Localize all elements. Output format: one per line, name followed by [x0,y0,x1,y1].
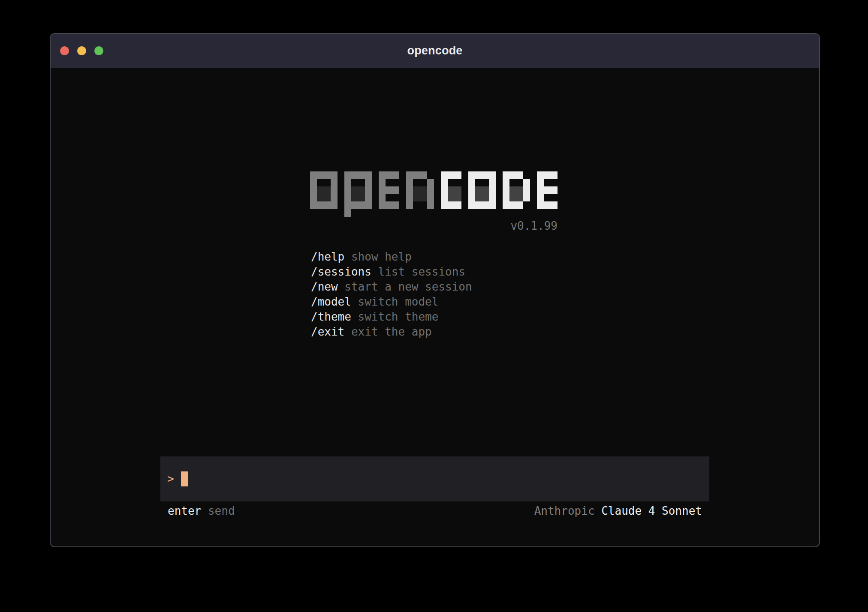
command-name: /new [311,280,338,293]
keybind-hint: entersend [168,504,235,517]
minimize-button[interactable] [77,46,86,55]
opencode-logo [310,171,558,209]
command-description: switch model [358,295,439,308]
prompt-caret: > [167,471,174,486]
opencode-window: opencode v0.1.99 /helpshow help/sessions… [50,33,820,547]
logo-letter-p [344,171,372,209]
provider-label: Anthropic [534,504,595,517]
window-titlebar[interactable]: opencode [51,34,819,68]
desktop-background: opencode v0.1.99 /helpshow help/sessions… [0,0,868,612]
command-description: switch theme [358,310,439,323]
zoom-button[interactable] [94,46,103,55]
command-name: /help [311,250,344,263]
logo-letter-c [441,171,461,209]
logo-letter-e [379,171,399,209]
command-row: /themeswitch theme [311,309,472,324]
splash-block: v0.1.99 [310,171,558,231]
logo-letter-d [503,171,530,209]
traffic-lights [60,34,103,68]
command-name: /theme [311,310,351,323]
command-description: list sessions [378,265,466,278]
model-indicator[interactable]: AnthropicClaude 4 Sonnet [534,504,702,517]
logo-letter-n [406,171,434,209]
command-name: /exit [311,325,344,338]
command-description: start a new session [344,280,472,293]
command-row: /exitexit the app [311,324,472,339]
command-row: /modelswitch model [311,294,472,309]
command-description: show help [351,250,412,263]
terminal-content: v0.1.99 /helpshow help/sessionslist sess… [51,68,819,546]
command-name: /sessions [311,265,371,278]
window-title: opencode [407,44,462,57]
command-description: exit the app [351,325,432,338]
model-label: Claude 4 Sonnet [601,504,702,517]
send-action-label: send [208,504,235,517]
command-row: /newstart a new session [311,279,472,294]
status-bar: entersend AnthropicClaude 4 Sonnet [160,504,709,517]
command-row: /helpshow help [311,249,472,264]
text-cursor [181,471,188,486]
close-button[interactable] [60,46,69,55]
version-label: v0.1.99 [310,220,558,231]
command-list: /helpshow help/sessionslist sessions/new… [311,249,472,339]
logo-letter-o [468,171,496,209]
enter-key-label: enter [168,504,201,517]
command-name: /model [311,295,351,308]
prompt-input[interactable]: > [160,456,709,501]
command-row: /sessionslist sessions [311,264,472,279]
logo-letter-o [310,171,338,209]
logo-letter-e [537,171,558,209]
